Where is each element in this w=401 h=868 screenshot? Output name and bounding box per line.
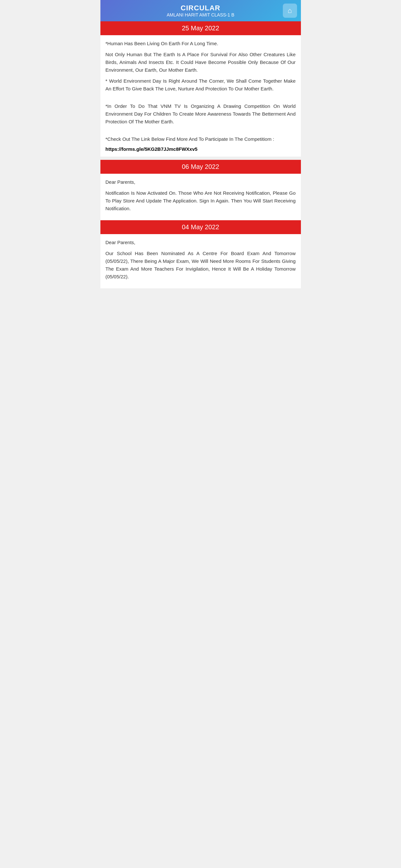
divider-1 [100, 157, 301, 160]
date-header-1: 25 May 2022 [100, 21, 301, 35]
date-header-2: 06 May 2022 [100, 160, 301, 174]
section-1-para-2: Not Only Human But The Earth Is A Place … [105, 51, 296, 74]
header-title-container: CIRCULAR AMLANI HARIT AMIT CLASS-1 B [166, 4, 235, 18]
section-3-para-2: Our School Has Been Nominated As A Centr… [105, 250, 296, 281]
class-subtitle: AMLANI HARIT AMIT CLASS-1 B [166, 12, 235, 18]
home-icon: ⌂ [288, 6, 292, 15]
content-area: 25 May 2022 *Human Has Been Living On Ea… [100, 21, 301, 288]
section-3-para-1: Dear Parents, [105, 239, 296, 246]
section-2: Dear Parents, Notification Is Now Activa… [100, 174, 301, 220]
app-header: CIRCULAR AMLANI HARIT AMIT CLASS-1 B ⌂ [100, 0, 301, 21]
section-1-para-4: *In Order To Do That VNM TV Is Organizin… [105, 102, 296, 126]
section-1-para-5: *Check Out The Link Below Find More And … [105, 135, 296, 143]
section-3: Dear Parents, Our School Has Been Nomina… [100, 234, 301, 288]
section-2-para-1: Dear Parents, [105, 178, 296, 186]
competition-link[interactable]: https://forms.gle/5KG2B7JJmc8FWXxv5 [105, 146, 197, 152]
app-title: CIRCULAR [166, 4, 235, 12]
home-button[interactable]: ⌂ [283, 4, 297, 18]
section-1-para-1: *Human Has Been Living On Earth For A Lo… [105, 40, 296, 48]
section-2-para-2: Notification Is Now Activated On. Those … [105, 189, 296, 213]
section-1: *Human Has Been Living On Earth For A Lo… [100, 35, 301, 157]
section-1-para-3: * World Environment Day Is Right Around … [105, 77, 296, 93]
date-header-3: 04 May 2022 [100, 220, 301, 234]
